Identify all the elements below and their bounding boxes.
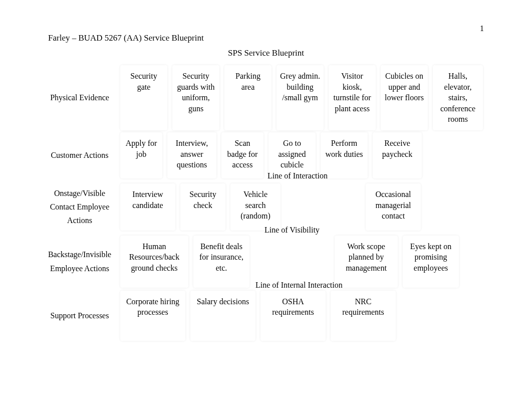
row-customer-actions: Customer Actions Apply for job Interview…: [42, 132, 488, 178]
cell-physical-6: Halls, elevator, stairs, conference room…: [433, 65, 483, 130]
cell-support-3: NRC requirements: [331, 291, 396, 341]
cell-customer-1: Interview, answer questions: [167, 132, 216, 178]
row-label-physical: Physical Evidence: [42, 65, 117, 130]
cell-backstage-3: Eyes kept on promising employees: [403, 236, 459, 288]
row-onstage-actions: Onstage/Visible Contact Employee Actions…: [42, 183, 488, 231]
cell-onstage-2: Vehicle search (random): [230, 183, 281, 231]
page-number: 1: [480, 24, 484, 33]
cell-onstage-0: Interview candidate: [120, 183, 175, 231]
cell-support-2: OSHA requirements: [260, 291, 326, 341]
cell-customer-2: Scan badge for access: [221, 132, 263, 178]
cell-physical-0: Security gate: [120, 65, 167, 130]
service-blueprint-diagram: Physical Evidence Security gate Security…: [42, 65, 488, 343]
cell-backstage-2: Work scope planned by management: [335, 236, 398, 288]
row-support-processes: Support Processes Corporate hiring proce…: [42, 291, 488, 341]
cell-onstage-3: Occasional managerial contact: [366, 183, 421, 231]
cell-backstage-1: Benefit deals for insurance, etc.: [193, 236, 249, 288]
row-label-support: Support Processes: [42, 291, 117, 341]
row-label-backstage: Backstage/Invisible Employee Actions: [42, 236, 117, 288]
cell-support-1: Salary decisions: [190, 291, 255, 341]
cell-physical-4: Visitor kiosk, turnstile for plant acess: [329, 65, 376, 130]
cell-customer-0: Apply for job: [120, 132, 162, 178]
cell-customer-5: Receive paycheck: [373, 132, 422, 178]
line-label-interaction: Line of Interaction: [268, 171, 328, 180]
row-label-onstage: Onstage/Visible Contact Employee Actions: [42, 183, 117, 231]
line-label-internal: Line of Internal Interaction: [255, 281, 343, 290]
cell-backstage-gap: [254, 236, 330, 288]
cell-customer-4: Perform work duties: [321, 132, 368, 178]
document-header: Farley – BUAD 5267 (AA) Service Blueprin…: [48, 33, 204, 43]
cell-physical-5: Cubicles on upper and lower floors: [381, 65, 428, 130]
row-label-customer: Customer Actions: [42, 132, 117, 178]
line-label-visibility: Line of Visibility: [264, 226, 320, 235]
cell-onstage-1: Security check: [180, 183, 225, 231]
cell-support-0: Corporate hiring processes: [120, 291, 185, 341]
cell-backstage-0: Human Resources/back ground checks: [120, 236, 188, 288]
cell-onstage-gap: [286, 183, 361, 231]
cell-physical-1: Security guards with uniform, guns: [172, 65, 219, 130]
diagram-title: SPS Service Blueprint: [0, 48, 532, 58]
cell-physical-2: Parking area: [224, 65, 272, 130]
row-backstage-actions: Backstage/Invisible Employee Actions Hum…: [42, 236, 488, 288]
cell-physical-3: Grey admin. building /small gym: [277, 65, 324, 130]
row-physical-evidence: Physical Evidence Security gate Security…: [42, 65, 488, 130]
